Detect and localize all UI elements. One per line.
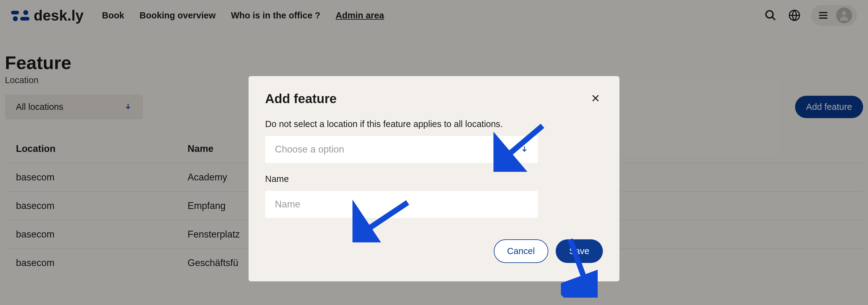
select-placeholder: Choose a option	[275, 144, 344, 155]
modal-header: Add feature	[265, 91, 603, 107]
modal-overlay: Add feature Do not select a location if …	[0, 0, 868, 305]
add-feature-modal: Add feature Do not select a location if …	[249, 76, 619, 281]
arrow-down-icon	[521, 145, 528, 154]
save-button[interactable]: Save	[556, 239, 603, 263]
close-button[interactable]	[588, 91, 603, 107]
modal-description: Do not select a location if this feature…	[265, 119, 603, 129]
modal-title: Add feature	[265, 91, 337, 106]
location-select[interactable]: Choose a option	[265, 136, 538, 163]
modal-actions: Cancel Save	[265, 239, 603, 263]
name-input[interactable]	[265, 191, 538, 218]
name-field-label: Name	[265, 174, 603, 184]
cancel-button[interactable]: Cancel	[494, 239, 548, 263]
